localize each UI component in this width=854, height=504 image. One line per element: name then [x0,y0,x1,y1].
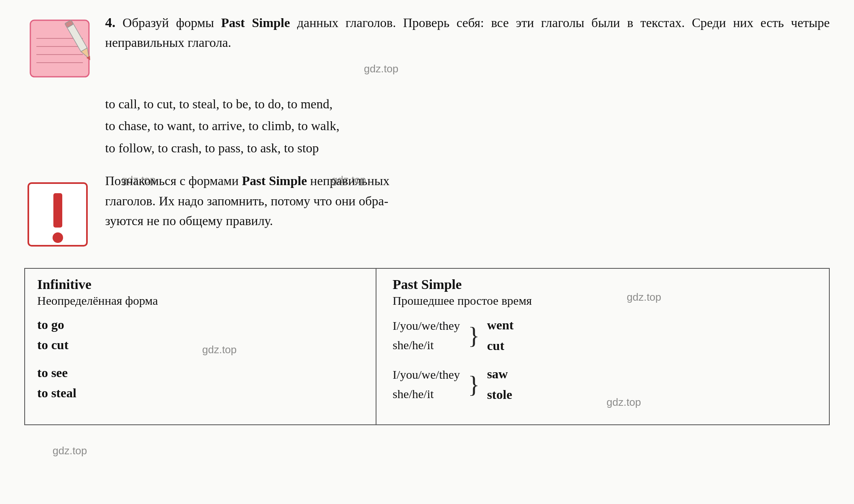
pronouns-1b: she/he/it [393,335,460,355]
brace-2: } [468,372,480,396]
grammar-table: Infinitive Неопределённая форма to go to… [24,268,830,425]
verb-pair-go-cut: to go to cut [37,315,364,355]
task-number: 4. [105,15,116,30]
watermark-7: gdz.top [53,445,87,457]
past-form-stole: stole [487,384,512,405]
task-text: 4. Образуй формы Past Simple данных глаг… [105,12,830,52]
past-simple-label1: Past Simple [221,15,290,30]
note-text: Познакомься с формами Past Simple неправ… [105,171,830,231]
pencil-icon-container [24,16,93,81]
right-verb-block-1: I/you/we/they she/he/it } went cut [393,315,817,356]
verbs-line3: to follow, to crash, to pass, to ask, to… [105,137,830,159]
pronouns-1a: I/you/we/they [393,316,460,335]
svg-rect-10 [53,193,62,228]
exclamation-icon [24,175,93,256]
pronoun-block-2: I/you/we/they she/he/it [393,365,460,404]
pronouns-2b: she/he/it [393,384,460,404]
infinitive-header: Infinitive [37,277,364,292]
verbs-line2: to chase, to want, to arrive, to climb, … [105,115,830,137]
past-form-went: went [487,315,514,335]
pronoun-block-1: I/you/we/they she/he/it [393,316,460,355]
table-col-past-simple: Past Simple Прошедшее простое время I/yo… [376,269,829,424]
brace-1: } [468,323,480,348]
verb-steal: to steal [37,383,364,403]
task-section: 4. Образуй формы Past Simple данных глаг… [24,12,830,81]
verb-cut: to cut [37,335,364,355]
past-form-cut: cut [487,335,514,356]
verbs-line1: to call, to cut, to steal, to be, to do,… [105,93,830,115]
past-simple-subheader: Прошедшее простое время [393,294,817,308]
svg-point-11 [53,232,63,243]
past-simple-header: Past Simple [393,277,817,292]
task-instruction-part1: Образуй формы [123,15,221,30]
past-form-1: went cut [487,315,514,356]
verb-see: to see [37,363,364,383]
note-line1: Познакомься с формами Past Simple неправ… [105,171,830,191]
note-line3: зуются не по общему правилу. [105,211,830,231]
exclamation-icon-container [24,175,93,256]
note-line2: глаголов. Их надо запомнить, потому что … [105,191,830,211]
right-verb-block-2: I/you/we/they she/he/it } saw stole [393,364,817,405]
pencil-icon [24,16,93,81]
verb-pair-see-steal: to see to steal [37,363,364,403]
past-simple-label2: Past Simple [242,173,307,188]
past-form-2: saw stole [487,364,512,405]
note-section: Познакомься с формами Past Simple неправ… [24,171,830,256]
past-form-saw: saw [487,364,512,384]
verbs-list: to call, to cut, to steal, to be, to do,… [105,93,830,159]
verb-go: to go [37,315,364,335]
infinitive-subheader: Неопределённая форма [37,294,364,308]
table-col-infinitive: Infinitive Неопределённая форма to go to… [25,269,376,424]
pronouns-2a: I/you/we/they [393,365,460,384]
page: 4. Образуй формы Past Simple данных глаг… [0,0,854,504]
